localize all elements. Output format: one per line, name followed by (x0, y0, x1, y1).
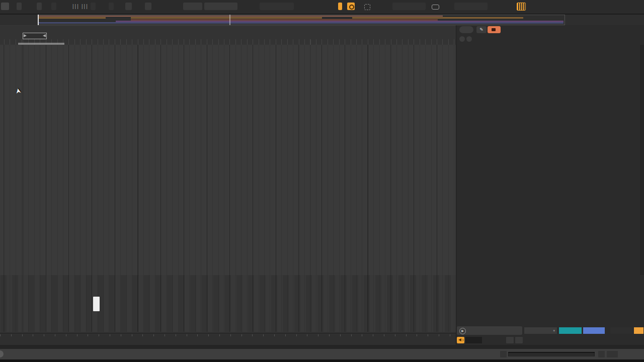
record-button[interactable] (322, 2, 327, 9)
draw-mode-pencil-icon[interactable] (507, 3, 512, 10)
fx-button[interactable] (607, 351, 618, 357)
preview-speaker-icon[interactable] (457, 337, 464, 343)
key-map-button[interactable] (526, 3, 531, 10)
level-meter-icon (628, 351, 636, 357)
clip-lanes (0, 45, 456, 275)
time-ruler[interactable] (0, 333, 456, 345)
panel-header: ✎ (456, 25, 644, 45)
main-volume[interactable] (583, 327, 605, 334)
midi-map-button[interactable] (543, 3, 548, 10)
ableton-arrangement-window: ||| ||| (0, 0, 644, 362)
warp-speed-field[interactable] (465, 337, 482, 343)
main-track-play-icon: ▶ (459, 328, 466, 334)
arrangement-position-field[interactable] (260, 3, 294, 10)
width-zoom-button[interactable] (515, 337, 523, 343)
overview-view-box[interactable] (38, 15, 565, 25)
overview-playhead (38, 15, 39, 25)
follow-button[interactable] (248, 3, 253, 10)
undo-arrow-icon[interactable] (459, 36, 465, 42)
nudge-up-icon[interactable]: ||| (80, 3, 90, 10)
groove-amount-field[interactable] (109, 3, 114, 10)
punch-out-icon[interactable] (440, 3, 445, 10)
loop-start-field[interactable] (392, 3, 426, 10)
punch-in-icon[interactable] (424, 3, 429, 10)
beat-time-ruler[interactable] (0, 26, 456, 45)
tap-tempo-button[interactable] (37, 3, 42, 10)
arrangement-overview[interactable] (0, 15, 644, 26)
automation-arm-button[interactable] (347, 3, 355, 10)
main-track-name-cell[interactable]: ▶ (457, 326, 522, 335)
preview-play-icon[interactable] (500, 351, 507, 357)
link-button[interactable] (17, 3, 22, 10)
scale-mode-menu[interactable] (204, 3, 237, 10)
loop-length-field[interactable] (454, 3, 488, 10)
overdub-button[interactable] (338, 3, 342, 10)
tempo-field[interactable] (51, 3, 56, 10)
main-output-routing[interactable]: ▾ (524, 327, 557, 334)
set-button[interactable] (459, 26, 473, 33)
stop-button[interactable] (312, 2, 317, 9)
vertical-scrollbar[interactable] (640, 45, 644, 275)
capture-midi-button[interactable] (364, 4, 370, 10)
ruler-minor-ticks (0, 39, 456, 45)
quantize-menu[interactable] (145, 3, 151, 10)
back-to-arrangement-button[interactable] (488, 26, 501, 33)
play-button[interactable] (301, 2, 306, 9)
arrangement-area (0, 25, 456, 345)
redo-arrow-icon[interactable] (466, 36, 472, 42)
time-signature-field[interactable] (91, 3, 96, 10)
status-gap (0, 345, 644, 349)
scale-root-menu[interactable] (183, 3, 202, 10)
options-box[interactable] (1, 3, 9, 10)
scale-icon[interactable] (175, 3, 180, 10)
info-view-toggle[interactable] (0, 350, 4, 357)
sample-rate-label (557, 3, 562, 10)
metronome-button[interactable] (125, 3, 132, 10)
reenable-automation-button[interactable] (356, 3, 361, 10)
bottom-edge (0, 359, 644, 362)
dragged-clip-ghost (93, 297, 100, 311)
loop-brace[interactable] (23, 33, 47, 39)
cpu-load-meter[interactable] (582, 3, 588, 10)
overview-insert-marker (229, 15, 230, 25)
loop-switch-icon[interactable] (432, 5, 439, 10)
computer-midi-keyboard-icon[interactable] (517, 3, 526, 11)
drop-area[interactable] (0, 275, 456, 332)
main-latency[interactable] (610, 327, 632, 334)
overload-indicator-icon (629, 3, 634, 10)
time-ruler-minor-ticks (0, 334, 456, 336)
session-record-button[interactable] (372, 3, 377, 10)
nudge-down-icon[interactable]: ||| (71, 3, 80, 10)
menu-hamburger-icon[interactable] (638, 3, 643, 10)
cue-volume[interactable] (559, 327, 582, 334)
hotswap-play-icon[interactable] (598, 351, 605, 357)
transport-bar: ||| ||| (0, 0, 644, 15)
status-bar (0, 349, 644, 359)
routing-chevron-icon: ▾ (553, 327, 555, 334)
draw-automation-icon[interactable]: ✎ (476, 26, 487, 33)
main-latency-unit (634, 327, 643, 334)
height-zoom-button[interactable] (506, 337, 514, 343)
key-midi-strip[interactable] (508, 352, 595, 356)
track-panel: ✎ ▶ ▾ (456, 25, 644, 345)
